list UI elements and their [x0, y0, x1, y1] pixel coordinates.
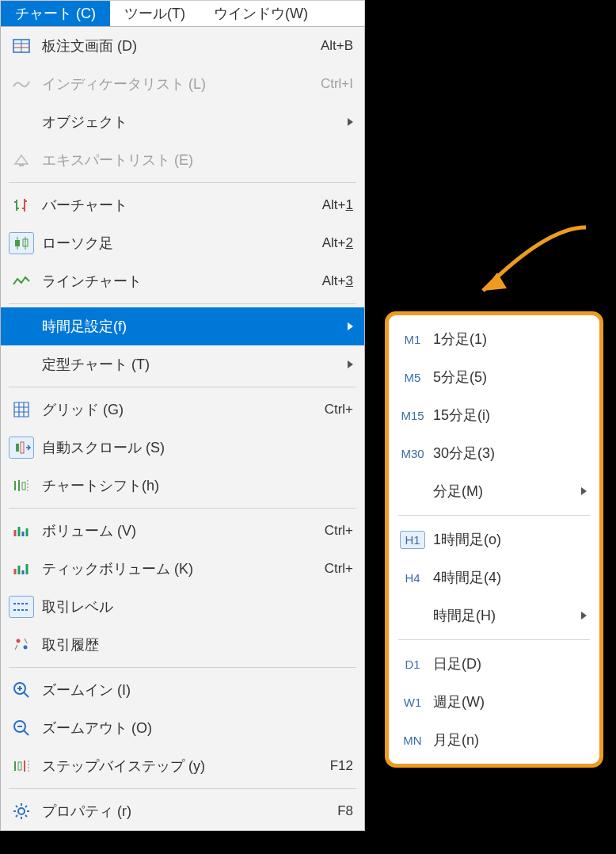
volume-icon: [9, 520, 34, 542]
menu-shortcut: F12: [330, 758, 353, 774]
menu-item-label: ズームアウト (O): [42, 719, 353, 738]
svg-line-49: [16, 806, 17, 807]
menu-shortcut: Ctrl+: [325, 402, 353, 417]
svg-rect-4: [19, 164, 24, 166]
menubar: チャート (C)ツール(T)ウインドウ(W): [0, 0, 365, 26]
svg-marker-53: [483, 273, 507, 291]
menu-item[interactable]: バーチャートAlt+1: [1, 186, 364, 224]
svg-line-34: [24, 692, 29, 697]
menu-shortcut: Ctrl+I: [321, 76, 353, 92]
menu-item[interactable]: オブジェクト: [1, 103, 364, 141]
tick-volume-icon: [9, 558, 34, 580]
menu-item[interactable]: ボリューム (V)Ctrl+: [1, 512, 364, 550]
annotation-arrow: [451, 223, 594, 311]
menu-item[interactable]: ティックボリューム (K)Ctrl+: [1, 550, 364, 588]
submenu-arrow-icon: [348, 360, 353, 368]
menu-item-label: ティックボリューム (K): [42, 559, 325, 578]
submenu-separator: [398, 515, 590, 516]
submenu-arrow-icon: [581, 487, 587, 495]
menu-item[interactable]: 板注文画面 (D)Alt+B: [1, 27, 364, 65]
svg-line-52: [25, 806, 27, 807]
menu-item[interactable]: 定型チャート (T): [1, 345, 364, 383]
menu-separator: [9, 508, 356, 509]
menu-item[interactable]: ズームアウト (O): [1, 709, 364, 747]
zoom-in-icon: [9, 679, 34, 701]
timeframe-label: 5分足(5): [433, 368, 587, 387]
menubar-item[interactable]: ウインドウ(W): [200, 1, 322, 26]
timeframe-label: 1分足(1): [433, 330, 587, 349]
menu-item[interactable]: グリッド (G)Ctrl+: [1, 391, 364, 429]
levels-icon: [9, 596, 34, 618]
menu-item-label: ステップバイステップ (y): [42, 757, 330, 776]
svg-point-44: [18, 808, 25, 814]
menu-item-label: 取引レベル: [42, 597, 353, 616]
timeframe-item[interactable]: 分足(M): [392, 472, 596, 510]
expert-icon: [9, 149, 34, 171]
grid-icon: [9, 398, 34, 421]
svg-line-50: [25, 815, 27, 817]
timeframe-item[interactable]: M1515分足(i): [392, 396, 596, 434]
menu-item[interactable]: チャートシフト(h): [1, 467, 364, 505]
menu-item[interactable]: 取引レベル: [1, 588, 364, 626]
menu-item: エキスパートリスト (E): [1, 141, 364, 179]
line-chart-icon: [9, 270, 34, 292]
menubar-item[interactable]: チャート (C): [1, 1, 110, 26]
timeframe-badge: H4: [397, 571, 428, 585]
menu-item[interactable]: ズームイン (I): [1, 671, 364, 709]
timeframe-label: 1時間足(o): [433, 530, 587, 549]
menu-item-label: グリッド (G): [42, 400, 325, 419]
menu-item-label: ズームイン (I): [42, 681, 353, 700]
candle-icon: [9, 232, 34, 254]
menu-item-label: 取引履歴: [42, 635, 353, 654]
timeframe-label: 30分足(3): [433, 444, 587, 463]
menu-shortcut: Ctrl+: [325, 561, 353, 577]
svg-rect-16: [21, 442, 24, 453]
timeframe-item[interactable]: D1日足(D): [392, 645, 596, 683]
submenu-arrow-icon: [581, 612, 587, 620]
timeframe-item[interactable]: H44時間足(4): [392, 559, 596, 597]
svg-line-51: [16, 815, 17, 817]
timeframe-badge: M30: [397, 447, 428, 460]
autoscroll-icon: [9, 437, 34, 459]
svg-rect-19: [22, 482, 25, 490]
menu-item-label: エキスパートリスト (E): [42, 151, 353, 170]
timeframe-badge: MN: [397, 734, 428, 747]
step-icon: [9, 755, 34, 777]
empty-icon: [9, 111, 34, 133]
menu-shortcut: Alt+2: [322, 235, 353, 251]
menu-item[interactable]: ラインチャートAlt+3: [1, 262, 364, 300]
menu-item-label: 自動スクロール (S): [42, 438, 353, 457]
timeframe-item[interactable]: W1週足(W): [392, 683, 596, 721]
submenu-arrow-icon: [348, 322, 353, 330]
menubar-item[interactable]: ツール(T): [110, 1, 200, 26]
menu-item-label: プロパティ (r): [42, 802, 337, 821]
dom-icon: [9, 35, 34, 57]
svg-rect-41: [18, 762, 21, 770]
timeframe-badge: M15: [397, 409, 428, 422]
menu-separator: [9, 387, 356, 387]
timeframe-item[interactable]: H11時間足(o): [392, 520, 596, 559]
timeframe-item[interactable]: M11分足(1): [392, 320, 596, 358]
menu-item-label: ラインチャート: [42, 272, 322, 291]
timeframe-item[interactable]: MN月足(n): [392, 721, 596, 759]
menu-item[interactable]: プロパティ (r)F8: [1, 792, 364, 830]
menu-separator: [9, 303, 356, 304]
empty-icon: [9, 353, 34, 376]
timeframe-item[interactable]: M3030分足(3): [392, 434, 596, 472]
menu-item[interactable]: 自動スクロール (S): [1, 429, 364, 467]
indicator-icon: [9, 73, 34, 95]
menu-item-label: インディケータリスト (L): [42, 74, 321, 93]
menu-item[interactable]: 時間足設定(f): [1, 307, 364, 345]
timeframe-item[interactable]: M55分足(5): [392, 358, 596, 396]
timeframe-item[interactable]: 時間足(H): [392, 597, 596, 635]
timeframe-badge: M5: [397, 371, 428, 384]
svg-rect-15: [16, 444, 19, 452]
svg-line-38: [24, 730, 29, 735]
timeframe-label: 4時間足(4): [433, 568, 587, 587]
menu-item-label: 定型チャート (T): [42, 355, 348, 374]
timeframe-submenu: M11分足(1)M55分足(5)M1515分足(i)M3030分足(3)分足(M…: [385, 311, 603, 768]
menu-item[interactable]: ステップバイステップ (y)F12: [1, 747, 364, 785]
menu-item[interactable]: 取引履歴: [1, 626, 364, 664]
menu-item[interactable]: ローソク足Alt+2: [1, 224, 364, 262]
menu-separator: [9, 667, 356, 668]
